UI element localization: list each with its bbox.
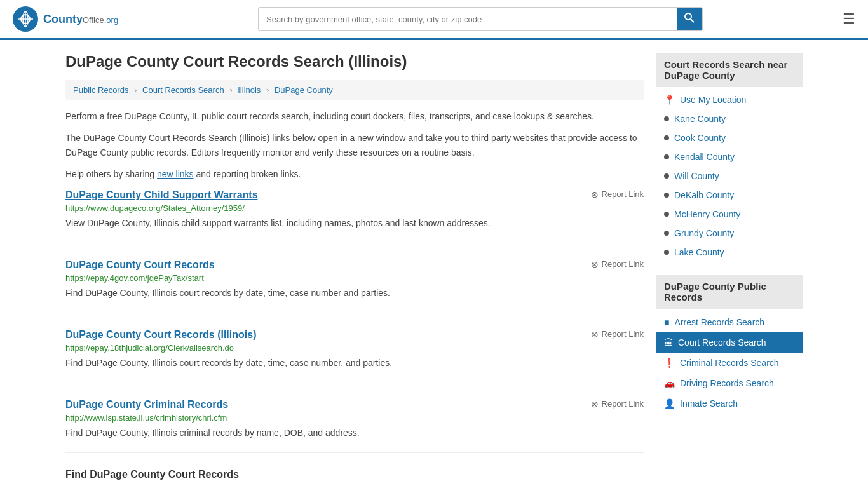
sidebar-county-link-dekalb[interactable]: DeKalb County (656, 186, 803, 205)
use-my-location-link[interactable]: 📍 Use My Location (656, 90, 803, 109)
breadcrumb: Public Records › Court Records Search › … (65, 80, 644, 100)
result-title-4[interactable]: DuPage County Criminal Records (65, 399, 228, 410)
description-3: Help others by sharing new links and rep… (65, 167, 644, 181)
logo-icon (13, 6, 38, 32)
sidebar-court-records[interactable]: 🏛 Court Records Search (656, 332, 803, 353)
sidebar-inmate-search[interactable]: 👤 Inmate Search (656, 393, 803, 414)
report-link-2[interactable]: ⊗ Report Link (591, 259, 644, 269)
result-title-1[interactable]: DuPage County Child Support Warrants (65, 189, 258, 201)
dot-icon (664, 154, 669, 159)
driving-icon: 🚗 (664, 378, 675, 388)
report-link-1[interactable]: ⊗ Report Link (591, 189, 644, 200)
dot-icon (664, 231, 669, 236)
sidebar: Court Records Search near DuPage County … (656, 53, 803, 480)
location-icon: 📍 (664, 95, 675, 105)
search-area (258, 7, 703, 31)
inmate-icon: 👤 (664, 398, 675, 409)
breadcrumb-court-records[interactable]: Court Records Search (142, 85, 224, 95)
report-link-3[interactable]: ⊗ Report Link (591, 329, 644, 339)
sidebar-arrest-records[interactable]: ■ Arrest Records Search (656, 312, 803, 332)
svg-point-5 (685, 13, 691, 20)
new-links-link[interactable]: new links (157, 169, 194, 179)
result-url-1[interactable]: https://www.dupageco.org/States_Attorney… (65, 203, 644, 213)
sidebar-county-link-kendall[interactable]: Kendall County (656, 147, 803, 166)
page-title: DuPage County Court Records Search (Illi… (65, 53, 644, 71)
result-url-2[interactable]: https://epay.4gov.com/jqePayTax/start (65, 273, 644, 283)
sidebar-county-link-cook[interactable]: Cook County (656, 128, 803, 147)
court-icon: 🏛 (664, 337, 673, 348)
result-item: DuPage County Court Records (Illinois) ⊗… (65, 329, 644, 383)
nearby-section: Court Records Search near DuPage County … (656, 53, 803, 262)
result-url-3[interactable]: https://epay.18thjudicial.org/Clerk/alls… (65, 343, 644, 353)
sidebar-criminal-records[interactable]: ❗ Criminal Records Search (656, 353, 803, 373)
public-records-title: DuPage County Public Records (656, 274, 803, 309)
breadcrumb-dupage[interactable]: DuPage County (275, 85, 333, 95)
sidebar-county-link-mchenry[interactable]: McHenry County (656, 205, 803, 224)
breadcrumb-illinois[interactable]: Illinois (238, 85, 261, 95)
search-box (258, 7, 703, 31)
description-2: The DuPage County Court Records Search (… (65, 131, 644, 159)
dot-icon (664, 173, 669, 179)
main-container: DuPage County Court Records Search (Illi… (53, 40, 815, 488)
search-icon (684, 13, 695, 23)
logo-text: CountyOffice.org (43, 13, 118, 26)
public-records-section: DuPage County Public Records ■ Arrest Re… (656, 274, 803, 414)
header: CountyOffice.org ☰ (0, 0, 868, 40)
report-link-4[interactable]: ⊗ Report Link (591, 399, 644, 409)
dot-icon (664, 193, 669, 198)
report-icon-1: ⊗ (591, 189, 599, 200)
result-url-4[interactable]: http://www.isp.state.il.us/crimhistory/c… (65, 413, 644, 423)
dot-icon (664, 250, 669, 255)
section-heading: Find DuPage County Court Records (65, 469, 644, 480)
dot-icon (664, 212, 669, 217)
report-icon-4: ⊗ (591, 399, 599, 409)
search-button[interactable] (677, 8, 702, 30)
criminal-icon: ❗ (664, 358, 675, 368)
nearby-title: Court Records Search near DuPage County (656, 53, 803, 87)
result-item: DuPage County Court Records ⊗ Report Lin… (65, 259, 644, 313)
breadcrumb-public-records[interactable]: Public Records (73, 85, 128, 95)
sidebar-county-link-will[interactable]: Will County (656, 166, 803, 186)
report-icon-2: ⊗ (591, 259, 599, 269)
result-title-3[interactable]: DuPage County Court Records (Illinois) (65, 329, 256, 341)
svg-line-6 (691, 19, 694, 22)
menu-button[interactable]: ☰ (843, 11, 855, 27)
result-title-2[interactable]: DuPage County Court Records (65, 259, 215, 271)
result-desc-3: Find DuPage County, Illinois court recor… (65, 356, 644, 370)
result-item: DuPage County Criminal Records ⊗ Report … (65, 399, 644, 453)
content-area: DuPage County Court Records Search (Illi… (65, 53, 644, 480)
sidebar-county-link-grundy[interactable]: Grundy County (656, 224, 803, 243)
sidebar-county-link-lake[interactable]: Lake County (656, 243, 803, 262)
sidebar-county-link-kane[interactable]: Kane County (656, 109, 803, 128)
sidebar-driving-records[interactable]: 🚗 Driving Records Search (656, 373, 803, 393)
result-desc-4: Find DuPage County, Illinois criminal re… (65, 426, 644, 440)
description-1: Perform a free DuPage County, IL public … (65, 109, 644, 123)
search-input[interactable] (259, 8, 677, 30)
dot-icon (664, 135, 669, 140)
result-desc-1: View DuPage County, Illinois child suppo… (65, 217, 644, 230)
report-icon-3: ⊗ (591, 329, 599, 339)
logo[interactable]: CountyOffice.org (13, 6, 118, 32)
result-desc-2: Find DuPage County, Illinois court recor… (65, 287, 644, 300)
arrest-icon: ■ (664, 317, 669, 327)
result-item: DuPage County Child Support Warrants ⊗ R… (65, 189, 644, 243)
dot-icon (664, 116, 669, 121)
